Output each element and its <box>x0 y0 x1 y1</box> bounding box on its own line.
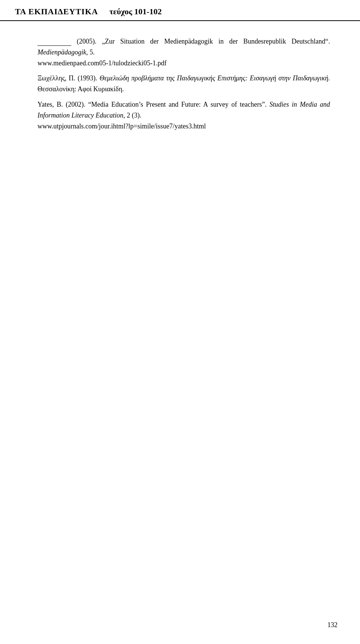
ref1-year: (2005). <box>77 38 97 45</box>
ref1-url: www.medienpaed.com05-1/tulodziecki05-1.p… <box>38 59 166 67</box>
ref1-text1: „Zur Situation der Medienpädagogik in de… <box>102 38 330 45</box>
reference-2: Ξωχέλλης, Π. (1993). Θεμελιώδη προβλήματ… <box>38 73 330 95</box>
reference-3: Yates, B. (2002). “Media Education’s Pre… <box>38 99 330 131</box>
reference-1: (2005). „Zur Situation der Medienpädagog… <box>38 36 330 68</box>
ref2-place: Θεσσαλονίκη: Αφοί Κυριακίδη. <box>38 85 124 93</box>
ref3-year: (2002). <box>66 101 86 108</box>
ref1-journal: Medienpädagogik, <box>38 48 88 56</box>
ref3-vol: 2 (3). <box>127 112 141 119</box>
ref2-author: Ξωχέλλης, Π. <box>38 74 75 82</box>
journal-issue: τεύχος 101-102 <box>110 7 162 17</box>
ref2-title: Θεμελιώδη προβλήματα της Παιδαγωγικής Επ… <box>99 74 330 82</box>
ref3-title: “Media Education’s Present and Future: A… <box>88 101 267 108</box>
ref1-vol: 5. <box>90 48 95 56</box>
ref2-year: (1993). <box>78 74 98 82</box>
page-container: ΤΑ ΕΚΠΑΙΔΕΥΤΙΚΑ τεύχος 101-102 (2005). „… <box>0 0 360 644</box>
blank-underline <box>38 45 71 46</box>
ref3-url: www.utpjournals.com/jour.ihtml?lp=simile… <box>38 122 206 130</box>
journal-title: ΤΑ ΕΚΠΑΙΔΕΥΤΙΚΑ <box>15 7 98 17</box>
references-block: (2005). „Zur Situation der Medienpädagog… <box>38 36 330 131</box>
page-number: 132 <box>327 621 338 629</box>
page-header: ΤΑ ΕΚΠΑΙΔΕΥΤΙΚΑ τεύχος 101-102 <box>0 0 360 21</box>
content-area: (2005). „Zur Situation der Medienpädagog… <box>0 21 360 151</box>
ref3-author: Yates, B. <box>38 101 63 108</box>
